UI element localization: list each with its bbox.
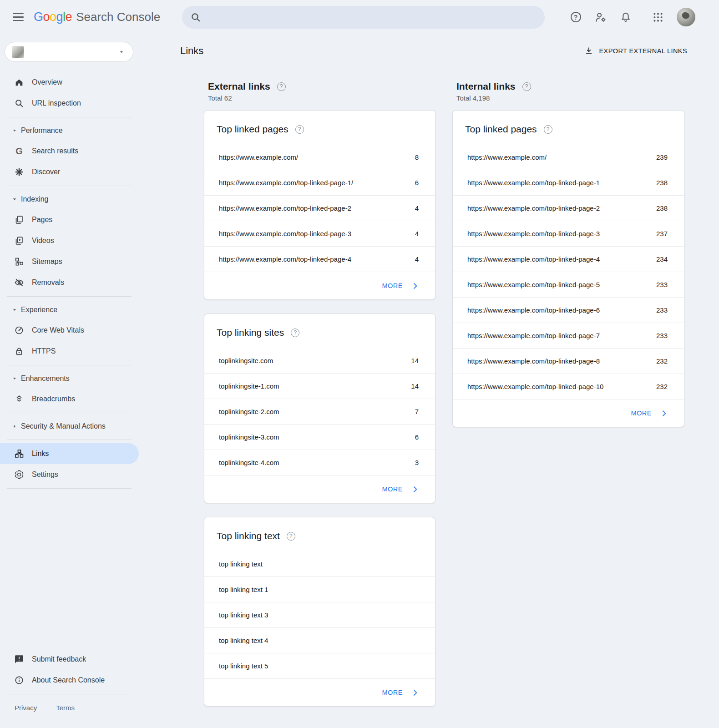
more-button[interactable]: MORE	[204, 272, 435, 299]
table-row[interactable]: toplinkingsite-2.com 7	[204, 399, 435, 424]
table-row[interactable]: https://www.example.com/top-linked-page-…	[453, 246, 684, 272]
card-rows: toplinkingsite.com 14 toplinkingsite-1.c…	[204, 348, 435, 475]
search-input[interactable]	[207, 13, 541, 21]
removals-icon	[14, 277, 25, 288]
search-bar[interactable]	[182, 6, 545, 29]
user-settings-button[interactable]	[594, 11, 607, 24]
help-icon[interactable]	[277, 82, 286, 91]
table-row[interactable]: toplinkingsite-4.com 3	[204, 450, 435, 475]
apps-grid-icon	[652, 11, 664, 23]
sidebar-item-label: Discover	[32, 168, 60, 176]
sidebar-section-enhancements[interactable]: Enhancements	[0, 369, 139, 389]
sidebar-item-about[interactable]: About Search Console	[0, 670, 139, 691]
row-value: 238	[656, 179, 668, 187]
table-row[interactable]: https://www.example.com/top-linked-page-…	[453, 374, 684, 399]
avatar[interactable]	[677, 8, 695, 26]
internal-links-title: Internal links	[456, 81, 516, 92]
row-label: top linking text	[219, 560, 411, 568]
sidebar-section-experience[interactable]: Experience	[0, 300, 139, 320]
card-top-linked-pages-internal: Top linked pages https://www.example.com…	[452, 110, 684, 427]
main-content: Links EXPORT EXTERNAL LINKS External lin…	[139, 34, 719, 728]
sidebar-section-security[interactable]: Security & Manual Actions	[0, 416, 139, 436]
chevron-down-icon	[11, 197, 18, 202]
sidebar-item-breadcrumbs[interactable]: Breadcrumbs	[0, 389, 139, 410]
row-label: https://www.example.com/	[467, 153, 649, 161]
table-row[interactable]: https://www.example.com/top-linked-page-…	[453, 323, 684, 348]
sidebar-item-url-inspection[interactable]: URL inspection	[0, 93, 139, 114]
app-logo[interactable]: Google Search Console	[34, 10, 160, 24]
help-icon[interactable]	[291, 329, 299, 337]
menu-icon[interactable]	[0, 11, 27, 24]
card-rows: top linking text top linking text 1 top …	[204, 551, 435, 678]
app-header: Google Search Console	[0, 0, 719, 34]
help-icon[interactable]	[544, 125, 552, 134]
table-row[interactable]: top linking text 4	[204, 627, 435, 653]
sidebar-item-discover[interactable]: Discover	[0, 162, 139, 182]
sidebar-section-performance[interactable]: Performance	[0, 121, 139, 141]
table-row[interactable]: top linking text 3	[204, 602, 435, 627]
chevron-down-icon	[11, 128, 18, 133]
sidebar-item-submit-feedback[interactable]: Submit feedback	[0, 649, 139, 670]
table-row[interactable]: https://www.example.com/top-linked-page-…	[204, 170, 435, 195]
pages-icon	[14, 214, 25, 225]
table-row[interactable]: https://www.example.com/top-linked-page-…	[453, 272, 684, 297]
table-row[interactable]: https://www.example.com/top-linked-page-…	[453, 297, 684, 323]
more-label: MORE	[382, 485, 403, 493]
sidebar-item-core-web-vitals[interactable]: Core Web Vitals	[0, 320, 139, 341]
row-label: https://www.example.com/top-linked-page-…	[219, 230, 408, 238]
help-button[interactable]	[569, 11, 582, 24]
help-icon[interactable]	[295, 125, 304, 134]
row-value: 233	[656, 306, 668, 314]
sidebar-item-search-results[interactable]: Search results	[0, 141, 139, 162]
sidebar-item-https[interactable]: HTTPS	[0, 341, 139, 362]
sidebar-item-removals[interactable]: Removals	[0, 272, 139, 293]
sidebar-section-label: Security & Manual Actions	[21, 422, 106, 430]
table-row[interactable]: top linking text 1	[204, 576, 435, 602]
sidebar-item-sitemaps[interactable]: Sitemaps	[0, 251, 139, 272]
privacy-link[interactable]: Privacy	[15, 704, 37, 712]
row-label: https://www.example.com/top-linked-page-…	[219, 179, 408, 187]
table-row[interactable]: https://www.example.com/top-linked-page-…	[453, 221, 684, 246]
row-value: 232	[656, 383, 668, 390]
help-icon[interactable]	[522, 82, 531, 91]
table-row[interactable]: https://www.example.com/ 8	[204, 144, 435, 170]
table-row[interactable]: https://www.example.com/top-linked-page-…	[204, 246, 435, 272]
more-button[interactable]: MORE	[453, 399, 684, 427]
table-row[interactable]: toplinkingsite.com 14	[204, 348, 435, 373]
apps-grid-button[interactable]	[652, 11, 664, 24]
sidebar-section-label: Performance	[21, 126, 63, 135]
sidebar-item-videos[interactable]: Videos	[0, 230, 139, 251]
table-row[interactable]: toplinkingsite-1.com 14	[204, 373, 435, 399]
table-row[interactable]: https://www.example.com/top-linked-page-…	[453, 348, 684, 374]
table-row[interactable]: top linking text 5	[204, 653, 435, 678]
row-label: top linking text 4	[219, 637, 411, 644]
row-label: https://www.example.com/	[219, 153, 408, 161]
table-row[interactable]: https://www.example.com/ 239	[453, 144, 684, 170]
row-label: top linking text 5	[219, 662, 411, 670]
divider	[7, 186, 132, 186]
sidebar-item-links[interactable]: Links	[0, 443, 139, 464]
person-gear-icon	[594, 11, 607, 24]
table-row[interactable]: https://www.example.com/top-linked-page-…	[204, 195, 435, 221]
sidebar-item-settings[interactable]: Settings	[0, 464, 139, 485]
export-external-links-button[interactable]: EXPORT EXTERNAL LINKS	[584, 46, 687, 56]
more-button[interactable]: MORE	[204, 475, 435, 503]
sidebar-item-pages[interactable]: Pages	[0, 209, 139, 230]
table-row[interactable]: https://www.example.com/top-linked-page-…	[204, 221, 435, 246]
more-button[interactable]: MORE	[204, 678, 435, 706]
videos-icon	[14, 235, 25, 246]
table-row[interactable]: top linking text	[204, 551, 435, 576]
terms-link[interactable]: Terms	[56, 704, 75, 712]
table-row[interactable]: toplinkingsite-3.com 6	[204, 424, 435, 450]
row-value: 6	[415, 179, 419, 187]
divider	[7, 440, 132, 440]
notifications-button[interactable]	[619, 11, 632, 24]
sidebar-section-indexing[interactable]: Indexing	[0, 189, 139, 209]
table-row[interactable]: https://www.example.com/top-linked-page-…	[453, 195, 684, 221]
table-row[interactable]: https://www.example.com/top-linked-page-…	[453, 170, 684, 195]
help-icon[interactable]	[287, 532, 295, 541]
row-value: 4	[415, 230, 419, 238]
row-value: 234	[656, 255, 668, 263]
property-selector[interactable]	[5, 42, 133, 62]
sidebar-item-overview[interactable]: Overview	[0, 72, 139, 93]
